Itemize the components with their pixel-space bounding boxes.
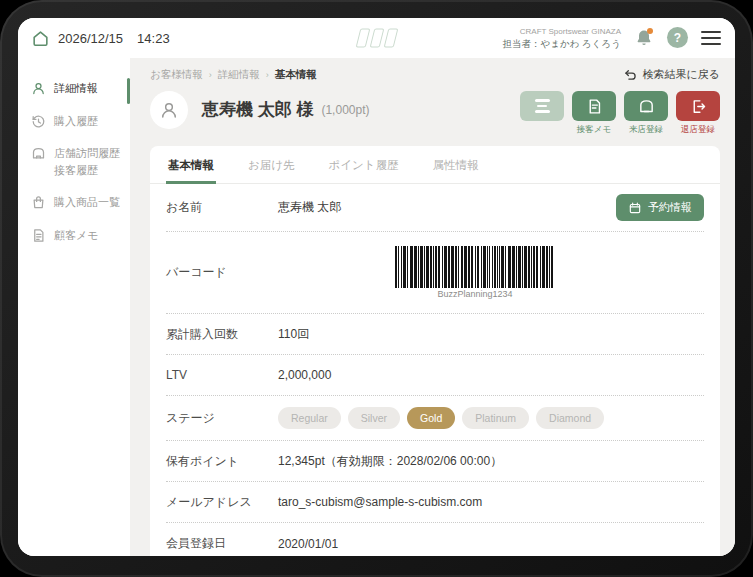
barcode-value: BuzzPlanning1234 xyxy=(395,289,555,299)
stage-pill-gold: Gold xyxy=(407,407,455,429)
notification-dot xyxy=(647,28,653,34)
field-row-email: メールアドレス taro_s-cubism@sample-s-cubism.co… xyxy=(166,482,704,523)
field-row-name: お名前 恵寿機 太郎 予約情報 xyxy=(166,184,704,232)
store-icon xyxy=(638,98,655,115)
tab-3[interactable]: 属性情報 xyxy=(431,146,481,184)
customer-name: 恵寿機 太郎 様 xyxy=(202,98,313,121)
service-memo-button[interactable] xyxy=(572,91,616,121)
stage-pill-regular: Regular xyxy=(278,407,341,429)
history-icon xyxy=(31,114,46,129)
customer-name-value: 恵寿機 太郎 xyxy=(278,199,341,216)
help-icon[interactable]: ? xyxy=(667,27,688,48)
check-in-label: 来店登録 xyxy=(629,124,663,136)
customer-detail-card: 基本情報お届け先ポイント履歴属性情報 お名前 恵寿機 太郎 予約情報 xyxy=(150,146,720,556)
tab-bar: 基本情報お届け先ポイント履歴属性情報 xyxy=(150,146,720,184)
check-out-button[interactable] xyxy=(676,91,720,121)
registration-date-value: 2020/01/01 xyxy=(278,537,704,551)
brand-logo-icon xyxy=(358,29,396,48)
current-date: 2026/12/15 xyxy=(58,31,123,46)
calendar-icon xyxy=(628,201,642,215)
customer-points: (1,000pt) xyxy=(321,103,369,117)
field-row-barcode: バーコード BuzzPlanning1234 xyxy=(166,232,704,314)
logout-icon xyxy=(690,98,707,115)
customer-avatar xyxy=(150,91,188,129)
tablet-bezel: 2026/12/15 14:23 CRAFT Sportswear GINAZA… xyxy=(0,0,753,577)
person-icon xyxy=(159,100,179,120)
ltv-value: 2,000,000 xyxy=(278,368,704,382)
back-to-search-results-link[interactable]: 検索結果に戻る xyxy=(624,67,720,82)
main-content: お客様情報 › 詳細情報 › 基本情報 検索結果に戻る xyxy=(130,58,735,556)
breadcrumb-basic-info: 基本情報 xyxy=(275,68,317,82)
sidebar-item-visit-history[interactable]: 店舗訪問履歴 接客履歴 xyxy=(18,145,130,178)
field-rows: お名前 恵寿機 太郎 予約情報 xyxy=(150,184,720,556)
breadcrumb-detail-info[interactable]: 詳細情報 xyxy=(218,68,260,82)
top-bar: 2026/12/15 14:23 CRAFT Sportswear GINAZA… xyxy=(18,18,735,58)
email-value: taro_s-cubism@sample-s-cubism.com xyxy=(278,495,704,509)
sidebar-item-purchased-products[interactable]: 購入商品一覧 xyxy=(18,194,130,211)
tab-2[interactable]: ポイント履歴 xyxy=(327,146,401,184)
breadcrumb-separator: › xyxy=(266,70,269,80)
field-row-stage: ステージ RegularSilverGoldPlatinumDiamond xyxy=(166,396,704,441)
sidebar-item-detail-info[interactable]: 詳細情報 xyxy=(18,80,130,97)
app-screen: 2026/12/15 14:23 CRAFT Sportswear GINAZA… xyxy=(18,18,735,556)
points-value: 12,345pt（有効期限：2028/02/06 00:00） xyxy=(278,453,704,470)
document-icon xyxy=(31,228,46,243)
notifications-bell-icon[interactable] xyxy=(634,28,654,48)
person-icon xyxy=(31,81,46,96)
field-row-registration-date: 会員登録日 2020/01/01 xyxy=(166,523,704,556)
customer-header: 恵寿機 太郎 様 (1,000pt) xyxy=(150,91,720,136)
tab-1[interactable]: お届け先 xyxy=(246,146,297,184)
stage-pill-silver: Silver xyxy=(348,407,400,429)
store-info: CRAFT Sportswear GINAZA 担当者：やまかわ ろくろう xyxy=(503,26,621,50)
sidebar: 詳細情報 購入履歴 店舗訪問履歴 接客履歴 xyxy=(18,58,130,556)
field-row-purchase-count: 累計購入回数 110回 xyxy=(166,314,704,355)
tab-0[interactable]: 基本情報 xyxy=(166,146,216,184)
barcode: BuzzPlanning1234 xyxy=(395,246,555,299)
field-row-points: 保有ポイント 12,345pt（有効期限：2028/02/06 00:00） xyxy=(166,441,704,482)
breadcrumb-separator: › xyxy=(209,70,212,80)
purchase-count-value: 110回 xyxy=(278,326,704,343)
stage-pill-diamond: Diamond xyxy=(536,407,604,429)
reservation-info-button[interactable]: 予約情報 xyxy=(616,194,704,221)
home-icon[interactable] xyxy=(31,29,50,48)
undo-icon xyxy=(624,68,637,81)
stage-pill-platinum: Platinum xyxy=(462,407,529,429)
list-icon xyxy=(535,99,550,113)
menu-icon[interactable] xyxy=(701,29,721,48)
store-icon xyxy=(31,146,46,161)
sidebar-item-customer-memo[interactable]: 顧客メモ xyxy=(18,227,130,244)
list-button[interactable] xyxy=(520,91,564,121)
store-name: CRAFT Sportswear GINAZA xyxy=(503,26,621,37)
shopping-bag-icon xyxy=(31,195,46,210)
barcode-bars xyxy=(395,246,555,288)
check-out-label: 退店登録 xyxy=(681,124,715,136)
service-memo-label: 接客メモ xyxy=(577,124,611,136)
check-in-button[interactable] xyxy=(624,91,668,121)
breadcrumb-customer-info[interactable]: お客様情報 xyxy=(150,68,203,82)
memo-icon xyxy=(586,98,603,115)
sidebar-item-purchase-history[interactable]: 購入履歴 xyxy=(18,113,130,130)
field-row-ltv: LTV 2,000,000 xyxy=(166,355,704,396)
current-time: 14:23 xyxy=(137,31,170,46)
staff-name: 担当者：やまかわ ろくろう xyxy=(503,37,621,50)
breadcrumb: お客様情報 › 詳細情報 › 基本情報 検索結果に戻る xyxy=(150,67,720,82)
stage-pills: RegularSilverGoldPlatinumDiamond xyxy=(278,407,604,429)
action-buttons: 接客メモ 来店登録 xyxy=(520,91,720,136)
